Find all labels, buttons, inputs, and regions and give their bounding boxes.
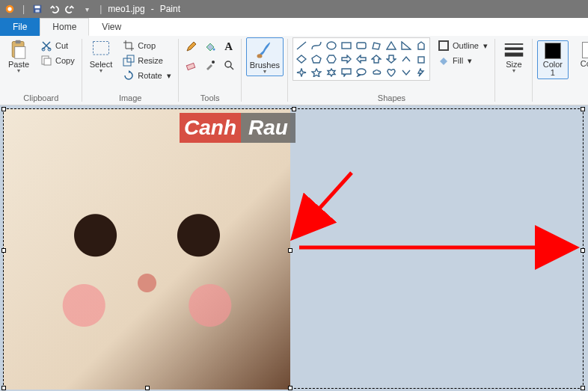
- shape-4star[interactable]: [295, 67, 308, 78]
- color2-label: Color 2: [581, 60, 588, 76]
- color2-button[interactable]: Color 2: [575, 40, 588, 78]
- svg-point-18: [225, 61, 231, 67]
- canvas-selection[interactable]: [3, 108, 584, 389]
- svg-rect-7: [15, 47, 25, 59]
- color-picker-tool[interactable]: [202, 59, 218, 71]
- svg-rect-3: [35, 6, 40, 9]
- shape-line[interactable]: [295, 40, 308, 52]
- copy-label: Copy: [55, 56, 75, 65]
- tab-file[interactable]: File: [0, 18, 40, 36]
- shape-heart[interactable]: [385, 67, 398, 78]
- image-mini: Crop Resize Rotate ▾: [120, 37, 174, 82]
- watermark: Canh Rau: [171, 108, 304, 147]
- svg-point-15: [212, 49, 215, 51]
- handle-ne[interactable]: [581, 107, 585, 111]
- shapes-gallery[interactable]: [293, 37, 430, 81]
- shape-curve[interactable]: [310, 40, 323, 52]
- handle-w[interactable]: [1, 248, 6, 253]
- shape-more-row2[interactable]: [414, 53, 428, 65]
- svg-rect-12: [93, 42, 108, 55]
- shape-round-rect[interactable]: [355, 40, 368, 52]
- group-clipboard-label: Clipboard: [23, 93, 58, 102]
- svg-rect-22: [357, 43, 366, 49]
- svg-rect-23: [418, 57, 424, 63]
- shapes-options: Outline ▾ Fill ▾: [435, 37, 491, 67]
- group-tools-label: Tools: [200, 93, 220, 102]
- select-button[interactable]: Select ▼: [87, 37, 116, 75]
- shape-callout-rect[interactable]: [340, 67, 353, 78]
- shape-arrow-up[interactable]: [370, 53, 383, 65]
- shape-lightning[interactable]: [414, 67, 428, 78]
- pencil-tool[interactable]: [183, 40, 200, 52]
- cut-button[interactable]: Cut: [37, 39, 78, 52]
- handle-sw[interactable]: [1, 386, 6, 390]
- resize-button[interactable]: Resize: [120, 54, 174, 67]
- shape-callout-cloud[interactable]: [370, 67, 383, 78]
- shape-rect[interactable]: [340, 40, 353, 52]
- redo-icon[interactable]: [64, 2, 77, 16]
- svg-rect-25: [439, 41, 448, 50]
- handle-img-se[interactable]: [288, 386, 293, 390]
- fill-tool[interactable]: [202, 40, 218, 52]
- shape-outline-button[interactable]: Outline ▾: [435, 39, 491, 52]
- shape-arrow-down[interactable]: [385, 53, 398, 65]
- shape-arrow-left[interactable]: [355, 53, 368, 65]
- qat-customize-icon[interactable]: ▾: [80, 2, 94, 16]
- tab-home[interactable]: Home: [40, 18, 89, 36]
- eraser-tool[interactable]: [183, 59, 200, 71]
- group-brushes: Brushes ▼: [242, 36, 288, 105]
- handle-se[interactable]: [581, 386, 585, 390]
- undo-icon[interactable]: [47, 2, 61, 16]
- group-shapes: Outline ▾ Fill ▾ Shapes: [288, 36, 495, 105]
- shape-polygon[interactable]: [370, 40, 383, 52]
- svg-rect-26: [505, 43, 524, 45]
- handle-img-s[interactable]: [145, 386, 150, 390]
- handle-nw[interactable]: [1, 107, 6, 111]
- canvas-image: [4, 109, 290, 390]
- watermark-part-b: Rau: [241, 113, 295, 143]
- tab-view[interactable]: View: [89, 18, 134, 36]
- paste-button[interactable]: Paste ▼: [4, 37, 33, 75]
- shape-hexagon[interactable]: [325, 53, 338, 65]
- qat-separator: |: [22, 4, 25, 14]
- shape-5star[interactable]: [310, 67, 323, 78]
- paste-dropdown-icon: ▼: [16, 69, 22, 73]
- ribbon: Paste ▼ Cut Copy Clipboard Select ▼: [0, 36, 588, 105]
- handle-img-e[interactable]: [288, 248, 293, 253]
- text-tool[interactable]: A: [221, 40, 237, 53]
- tab-view-label: View: [102, 22, 121, 32]
- copy-button[interactable]: Copy: [37, 54, 78, 67]
- color1-button[interactable]: Color 1: [537, 40, 569, 79]
- title-dash: -: [151, 4, 154, 14]
- save-icon[interactable]: [31, 2, 44, 16]
- group-shapes-label: Shapes: [378, 93, 405, 102]
- svg-point-1: [7, 7, 11, 10]
- shape-right-triangle[interactable]: [399, 40, 413, 52]
- group-size: Size ▼: [495, 36, 533, 105]
- shape-callout-oval[interactable]: [355, 67, 368, 78]
- shape-6star[interactable]: [325, 67, 338, 78]
- svg-rect-6: [16, 40, 21, 43]
- shape-oval[interactable]: [325, 40, 338, 52]
- size-button[interactable]: Size ▼: [500, 37, 528, 75]
- brushes-button[interactable]: Brushes ▼: [246, 37, 284, 76]
- rotate-button[interactable]: Rotate ▾: [120, 69, 174, 82]
- qat-separator-2: |: [99, 4, 102, 14]
- app-icon: [3, 2, 16, 16]
- shape-fill-button[interactable]: Fill ▾: [435, 54, 491, 67]
- shape-arrow-right[interactable]: [340, 53, 353, 65]
- shape-more-row1[interactable]: [414, 40, 428, 52]
- canvas-area[interactable]: Canh Rau: [0, 105, 588, 391]
- shape-triangle[interactable]: [385, 40, 398, 52]
- outline-dropdown-icon: ▾: [483, 41, 488, 51]
- svg-rect-4: [36, 10, 40, 13]
- svg-rect-11: [44, 58, 51, 65]
- color1-swatch: [545, 43, 561, 59]
- magnifier-tool[interactable]: [221, 59, 237, 71]
- shape-diamond[interactable]: [295, 53, 308, 65]
- shape-pentagon[interactable]: [310, 53, 323, 65]
- handle-e[interactable]: [581, 248, 585, 253]
- shape-scroll-down[interactable]: [399, 67, 413, 78]
- shape-scroll-up[interactable]: [399, 53, 413, 65]
- crop-button[interactable]: Crop: [120, 39, 174, 52]
